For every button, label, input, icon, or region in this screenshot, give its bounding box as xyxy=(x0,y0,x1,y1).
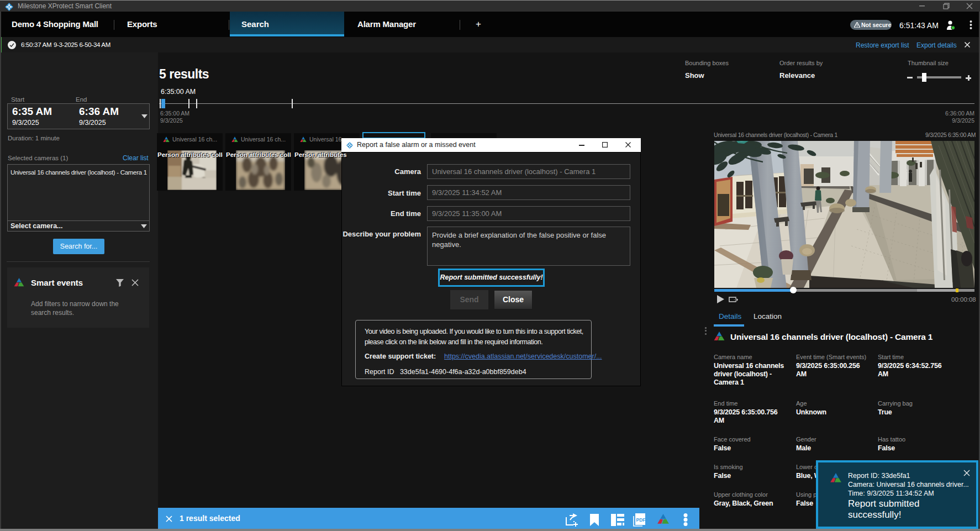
svg-text:PDF: PDF xyxy=(636,517,646,523)
